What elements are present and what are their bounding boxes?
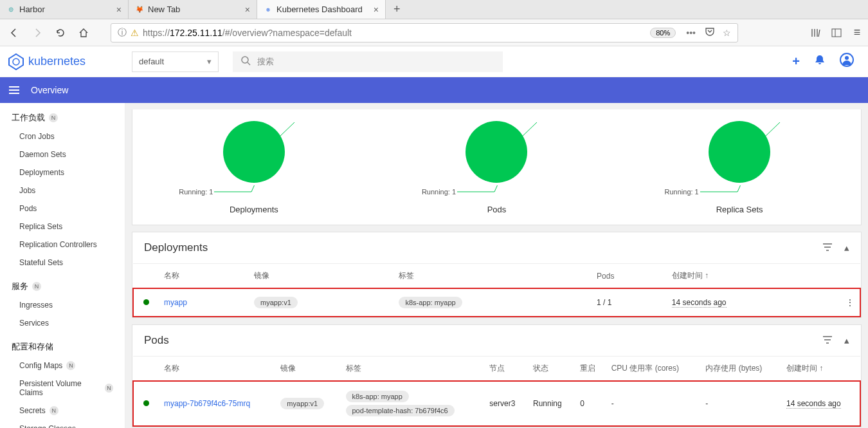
svg-line-10: [278, 122, 294, 138]
sidebar-section[interactable]: 工作负载N: [0, 103, 125, 127]
hamburger-icon[interactable]: [9, 86, 19, 94]
status-donuts-card: Running: 1 Deployments Running: 1 Pods R…: [132, 109, 862, 225]
browser-toolbar: ⓘ ⚠ https://172.25.11.11/#/overview?name…: [0, 19, 868, 46]
close-icon[interactable]: ×: [245, 5, 250, 15]
column-header[interactable]: 重启: [575, 357, 606, 382]
column-header[interactable]: 名称: [159, 357, 275, 382]
lock-warning-icon[interactable]: ⚠: [131, 28, 139, 38]
create-button[interactable]: +: [792, 54, 800, 69]
chevron-down-icon: ▾: [207, 57, 212, 66]
bookmark-icon[interactable]: ☆: [723, 28, 731, 38]
sidebar-section[interactable]: 配置和存储: [0, 332, 125, 357]
new-tab-button[interactable]: +: [386, 0, 408, 19]
column-header[interactable]: 状态: [528, 357, 575, 382]
column-header[interactable]: 创建时间 ↑: [667, 264, 841, 289]
tab-harbor[interactable]: ⊚ Harbor ×: [0, 0, 129, 19]
sidebar-item[interactable]: Config MapsN: [0, 357, 125, 375]
home-button[interactable]: [75, 24, 93, 42]
forward-button[interactable]: [28, 24, 46, 42]
section-title: Deployments: [144, 241, 208, 254]
column-header[interactable]: 内存使用 (bytes): [700, 357, 781, 382]
notifications-icon[interactable]: [814, 54, 826, 69]
sidebar-icon[interactable]: [831, 27, 842, 39]
filter-icon[interactable]: [822, 335, 833, 347]
tab-k8s-dashboard[interactable]: ⎈ Kubernetes Dashboard ×: [257, 0, 386, 19]
more-icon[interactable]: •••: [686, 28, 696, 38]
content[interactable]: Running: 1 Deployments Running: 1 Pods R…: [125, 103, 868, 428]
info-icon[interactable]: ⓘ: [118, 27, 127, 39]
age-text: 14 seconds ago: [786, 399, 841, 409]
row-menu-icon[interactable]: ⋮: [841, 288, 860, 317]
library-icon[interactable]: [810, 27, 822, 39]
sidebar-item[interactable]: Daemon Sets: [0, 145, 125, 163]
tab-label: New Tab: [148, 5, 180, 14]
svg-point-4: [242, 57, 248, 63]
deployment-link[interactable]: myapp: [164, 298, 187, 307]
tab-newtab[interactable]: 🦊 New Tab ×: [129, 0, 257, 19]
sidebar-item[interactable]: SecretsN: [0, 402, 125, 420]
back-button[interactable]: [5, 24, 23, 42]
sidebar-item[interactable]: Replica Sets: [0, 218, 125, 236]
table-row: myapp myapp:v1 k8s-app: myapp 1 / 1 14 s…: [133, 288, 860, 317]
donut: Running: 1 Replica Sets: [697, 120, 782, 214]
sidebar[interactable]: 工作负载NCron JobsDaemon SetsDeploymentsJobs…: [0, 103, 125, 428]
svg-line-5: [248, 62, 250, 65]
column-header[interactable]: 标签: [393, 264, 592, 289]
age-text: 14 seconds ago: [672, 298, 727, 308]
column-header[interactable]: 镜像: [275, 357, 340, 382]
favicon-k8s: ⎈: [264, 5, 273, 14]
sidebar-item[interactable]: Ingresses: [0, 296, 125, 314]
filter-icon[interactable]: [822, 242, 833, 254]
pods-card: Pods ▴ 名称镜像标签节点状态重启CPU 使用率 (cores)内存使用 (…: [132, 324, 862, 427]
close-icon[interactable]: ×: [116, 5, 122, 15]
status-dot: [143, 400, 149, 406]
node-text: server3: [484, 381, 528, 426]
restarts-text: 0: [575, 381, 606, 426]
column-header[interactable]: 标签: [341, 357, 485, 382]
column-header[interactable]: 创建时间 ↑: [781, 357, 860, 382]
sidebar-item[interactable]: Stateful Sets: [0, 254, 125, 272]
favicon-firefox: 🦊: [135, 5, 144, 14]
sidebar-item[interactable]: Deployments: [0, 163, 125, 181]
column-header[interactable]: CPU 使用率 (cores): [606, 357, 701, 382]
sidebar-item[interactable]: Cron Jobs: [0, 127, 125, 145]
label-chip: k8s-app: myapp: [346, 391, 409, 402]
table-row: myapp-7b679f4c6-75mrq myapp:v1 k8s-app: …: [133, 381, 860, 426]
browser-tabs: ⊚ Harbor × 🦊 New Tab × ⎈ Kubernetes Dash…: [0, 0, 868, 19]
search-box[interactable]: 搜索: [233, 51, 503, 72]
sidebar-item[interactable]: Storage Classes: [0, 420, 125, 428]
close-icon[interactable]: ×: [374, 5, 379, 15]
pod-link[interactable]: myapp-7b679f4c6-75mrq: [164, 399, 250, 408]
pods-table: 名称镜像标签节点状态重启CPU 使用率 (cores)内存使用 (bytes)创…: [132, 356, 861, 427]
donut: Running: 1 Deployments: [211, 120, 296, 214]
sidebar-item[interactable]: Persistent Volume ClaimsN: [0, 375, 125, 402]
account-icon[interactable]: [840, 53, 854, 70]
sidebar-item[interactable]: Services: [0, 314, 125, 332]
column-header[interactable]: 镜像: [249, 264, 393, 289]
tab-label: Harbor: [19, 5, 45, 14]
label-chip: pod-template-hash: 7b679f4c6: [346, 405, 455, 416]
deployments-table: 名称镜像标签Pods创建时间 ↑ myapp myapp:v1 k8s-app:…: [132, 263, 861, 317]
column-header[interactable]: 节点: [484, 357, 528, 382]
k8s-logo[interactable]: kubernetes: [8, 53, 86, 70]
sidebar-item[interactable]: Pods: [0, 200, 125, 218]
collapse-icon[interactable]: ▴: [844, 335, 849, 346]
sidebar-item[interactable]: Replication Controllers: [0, 236, 125, 254]
url-bar[interactable]: ⓘ ⚠ https://172.25.11.11/#/overview?name…: [111, 23, 738, 42]
sidebar-section[interactable]: 服务N: [0, 272, 125, 296]
menu-icon[interactable]: ≡: [851, 27, 863, 39]
sidebar-item[interactable]: Jobs: [0, 181, 125, 200]
section-title: Pods: [144, 334, 169, 347]
image-chip: myapp:v1: [254, 297, 298, 308]
column-header[interactable]: 名称: [159, 264, 249, 289]
svg-point-7: [845, 56, 849, 60]
deployments-card: Deployments ▴ 名称镜像标签Pods创建时间 ↑ myapp mya…: [132, 232, 862, 318]
status-dot: [143, 299, 149, 305]
collapse-icon[interactable]: ▴: [844, 242, 849, 254]
pocket-icon[interactable]: [705, 26, 715, 39]
reload-button[interactable]: [51, 24, 69, 42]
zoom-badge[interactable]: 80%: [650, 28, 676, 38]
tab-label: Kubernetes Dashboard: [276, 5, 363, 14]
namespace-select[interactable]: default ▾: [132, 51, 219, 72]
column-header[interactable]: Pods: [592, 264, 667, 289]
